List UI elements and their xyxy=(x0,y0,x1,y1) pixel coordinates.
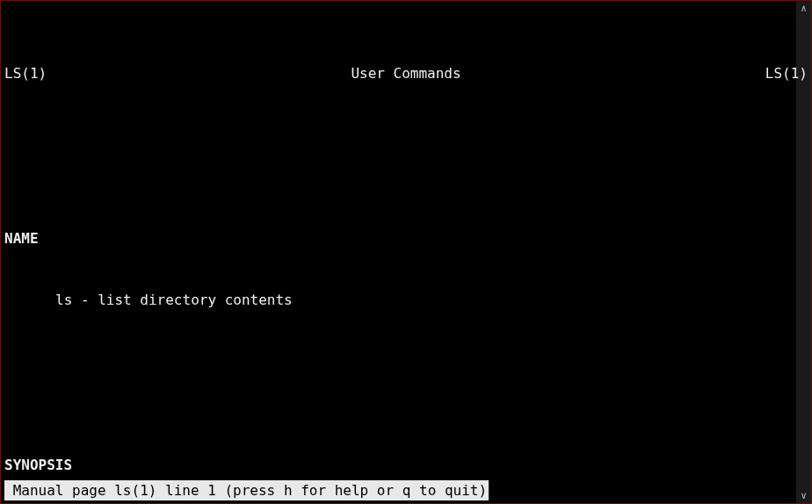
blank-line xyxy=(4,146,808,167)
pager-status-bar: Manual page ls(1) line 1 (press h for he… xyxy=(4,480,489,501)
section-heading-synopsis: SYNOPSIS xyxy=(4,455,808,476)
man-page-view[interactable]: LS(1) User Commands LS(1) NAME ls - list… xyxy=(1,1,811,503)
man-header-left: LS(1) xyxy=(4,63,47,84)
man-header-right: LS(1) xyxy=(765,63,808,84)
man-header: LS(1) User Commands LS(1) xyxy=(4,63,808,84)
blank-line xyxy=(4,372,808,393)
name-text: ls - list directory contents xyxy=(4,290,808,311)
man-header-center: User Commands xyxy=(1,63,811,84)
scroll-down-icon[interactable]: ∨ xyxy=(796,488,811,503)
section-heading-name: NAME xyxy=(4,228,808,249)
scroll-up-icon[interactable]: ∧ xyxy=(796,1,811,16)
